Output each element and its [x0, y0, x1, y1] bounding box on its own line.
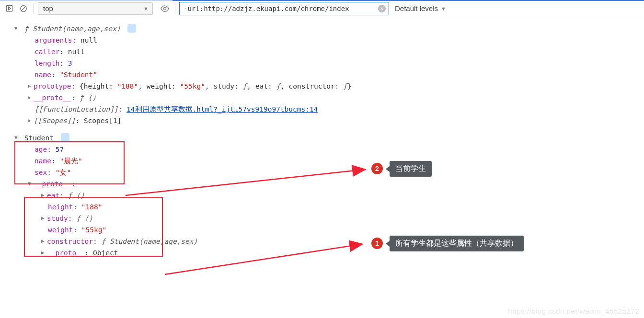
fn-header[interactable]: ƒ Student(name,age,sex) — [14, 23, 641, 34]
filter-text: -url:http://adzjz.ekuapi.com/chrome/inde… — [184, 5, 349, 12]
eye-icon[interactable] — [159, 2, 171, 15]
separator — [34, 3, 34, 14]
fn-arguments: arguments: null — [14, 34, 641, 46]
execution-context-select[interactable]: top ▼ — [38, 2, 153, 15]
disclosure-closed-icon[interactable] — [41, 236, 47, 247]
fn-prototype[interactable]: prototype: {height: "188", weight: "55kg… — [14, 80, 641, 92]
prop-sex: sex: "女" — [14, 167, 641, 178]
separator — [175, 3, 175, 14]
proto-height: height: "188" — [14, 201, 641, 213]
source-link[interactable]: 14利用原型共享数据.html?_ijt…57vs919o97tbucms:14 — [126, 105, 318, 113]
svg-line-2 — [22, 6, 25, 10]
disclosure-closed-icon[interactable] — [41, 213, 47, 224]
disclosure-closed-icon[interactable] — [28, 115, 34, 126]
instance-header[interactable]: Student — [14, 132, 641, 144]
proto-constructor[interactable]: constructor: ƒ Student(name,age,sex) — [14, 236, 641, 247]
fn-caller: caller: null — [14, 46, 641, 57]
fn-signature: Student(name,age,sex) — [33, 25, 120, 33]
log-levels-select[interactable]: Default levels ▼ — [391, 4, 450, 12]
clear-console-icon[interactable] — [17, 2, 30, 15]
console-filter-input[interactable]: -url:http://adzjz.ekuapi.com/chrome/inde… — [179, 2, 389, 15]
fn-name: name: "Student" — [14, 69, 641, 80]
disclosure-closed-icon[interactable] — [41, 190, 47, 201]
proto-block: eat: ƒ () height: "188" study: ƒ () weig… — [14, 190, 641, 236]
proto-weight: weight: "55kg" — [14, 224, 641, 236]
chevron-down-icon: ▼ — [441, 6, 446, 11]
info-icon[interactable] — [127, 24, 136, 33]
run-icon[interactable] — [3, 2, 15, 15]
context-label: top — [43, 4, 53, 12]
svg-rect-0 — [6, 5, 12, 11]
annotation-label-1: 所有学生都是这些属性（共享数据） — [390, 236, 524, 251]
levels-label: Default levels — [395, 4, 438, 12]
annotation-badge-1: 1 — [371, 238, 383, 249]
disclosure-open-icon[interactable] — [28, 178, 34, 190]
info-icon[interactable] — [61, 133, 69, 142]
proto-eat[interactable]: eat: ƒ () — [14, 190, 641, 201]
fn-length: length: 3 — [14, 57, 641, 69]
proto-proto[interactable]: __proto__: Object — [14, 247, 641, 259]
prop-name: name: "晨光" — [14, 155, 641, 167]
proto-study[interactable]: study: ƒ () — [14, 213, 641, 224]
chevron-down-icon: ▼ — [143, 6, 149, 11]
disclosure-closed-icon[interactable] — [28, 92, 34, 103]
prop-age: age: 57 — [14, 144, 641, 155]
fn-location: [[FunctionLocation]]: 14利用原型共享数据.html?_i… — [14, 103, 641, 115]
annotation-label-2: 当前学生 — [390, 161, 432, 177]
clear-filter-icon[interactable]: ✕ — [378, 5, 386, 12]
fn-scopes[interactable]: [[Scopes]]: Scopes[1] — [14, 115, 641, 126]
instance-own-props: age: 57 name: "晨光" sex: "女" — [14, 144, 641, 178]
console-toolbar: top ▼ -url:http://adzjz.ekuapi.com/chrom… — [0, 0, 644, 16]
fn-proto[interactable]: __proto__: ƒ () — [14, 92, 641, 103]
disclosure-closed-icon[interactable] — [28, 80, 34, 92]
proto-header[interactable]: __proto__: — [14, 178, 641, 190]
svg-point-3 — [163, 7, 166, 10]
watermark: https://blog.csdn.net/weixin_45525272 — [508, 307, 639, 315]
annotation-badge-2: 2 — [371, 163, 383, 174]
disclosure-closed-icon[interactable] — [41, 247, 47, 259]
console-output: ƒ Student(name,age,sex) arguments: null … — [0, 16, 644, 268]
disclosure-open-icon[interactable] — [14, 23, 20, 34]
disclosure-open-icon[interactable] — [14, 132, 20, 144]
